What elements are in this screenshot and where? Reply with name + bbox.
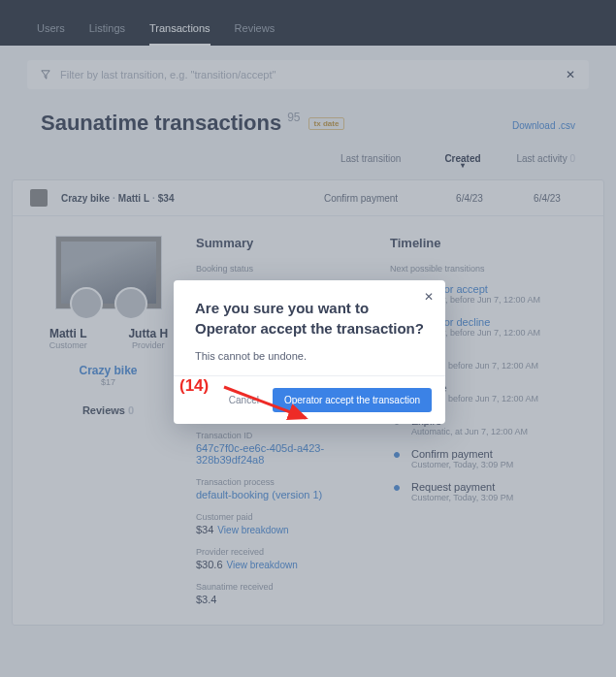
svg-line-0 bbox=[224, 387, 306, 418]
modal-subtitle: This cannot be undone. bbox=[195, 350, 424, 362]
annotation-label: (14) bbox=[179, 376, 209, 396]
modal-title: Are you sure you want to Operator accept… bbox=[195, 298, 424, 338]
close-icon[interactable]: ✕ bbox=[424, 290, 434, 304]
annotation-arrow-icon bbox=[222, 381, 319, 430]
